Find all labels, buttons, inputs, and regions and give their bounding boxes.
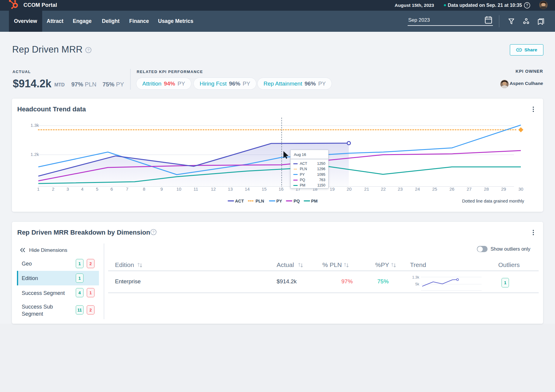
svg-text:15: 15: [262, 186, 267, 192]
svg-text:5: 5: [96, 186, 98, 192]
svg-text:29: 29: [501, 186, 506, 192]
svg-text:1: 1: [37, 186, 40, 192]
svg-text:?: ?: [87, 48, 89, 52]
svg-text:20: 20: [347, 186, 352, 192]
svg-text:PQ: PQ: [294, 199, 300, 203]
svg-text:19: 19: [330, 186, 335, 192]
svg-text:30: 30: [518, 186, 524, 192]
svg-text:PY: PY: [276, 199, 282, 203]
svg-text:16: 16: [279, 186, 284, 192]
svg-text:1.3k: 1.3k: [31, 123, 39, 128]
svg-text:10: 10: [176, 186, 182, 192]
svg-text:13: 13: [228, 186, 233, 192]
svg-text:PLN: PLN: [256, 199, 264, 203]
svg-text:25: 25: [432, 186, 437, 192]
svg-text:24: 24: [415, 186, 420, 192]
svg-text:23: 23: [398, 186, 403, 192]
svg-text:1.2k: 1.2k: [31, 152, 39, 157]
svg-text:ACT: ACT: [235, 199, 244, 203]
svg-text:3: 3: [67, 186, 69, 192]
svg-text:?: ?: [152, 230, 154, 234]
svg-text:?: ?: [526, 3, 528, 7]
svg-text:26: 26: [450, 186, 455, 192]
svg-text:6: 6: [111, 186, 113, 192]
svg-text:2: 2: [52, 186, 54, 192]
svg-text:9: 9: [160, 186, 163, 192]
svg-text:7: 7: [126, 186, 128, 192]
svg-text:12: 12: [211, 186, 216, 192]
svg-text:1.3k: 1.3k: [412, 275, 419, 279]
svg-text:28: 28: [484, 186, 489, 192]
svg-text:22: 22: [381, 186, 386, 192]
svg-text:14: 14: [245, 186, 250, 192]
svg-text:PM: PM: [311, 199, 318, 203]
svg-text:11: 11: [193, 186, 198, 192]
svg-text:8: 8: [143, 186, 145, 192]
svg-text:27: 27: [467, 186, 472, 192]
svg-text:21: 21: [364, 186, 369, 192]
svg-text:4: 4: [81, 186, 83, 192]
svg-text:Dotted line data grained month: Dotted line data grained monthly: [462, 199, 524, 203]
svg-text:5k: 5k: [415, 282, 420, 286]
